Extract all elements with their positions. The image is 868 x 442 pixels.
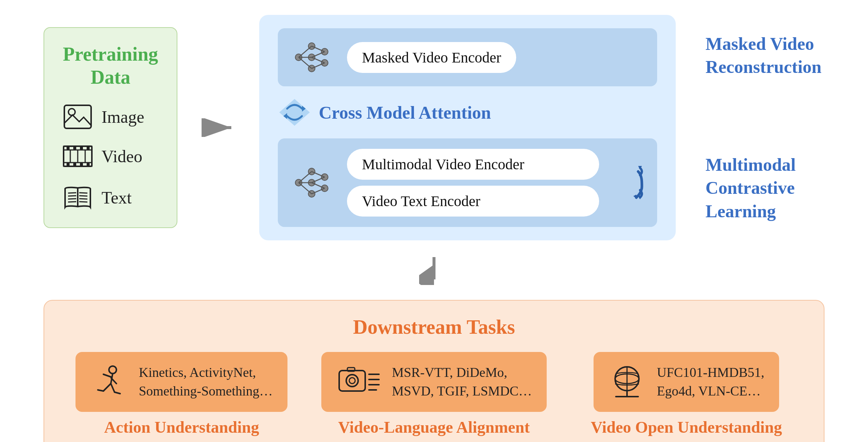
contrastive-arrow xyxy=(618,160,644,205)
svg-line-67 xyxy=(115,392,120,394)
open-label: Video Open Understanding xyxy=(591,418,782,437)
network-icon-bottom xyxy=(291,164,332,201)
svg-rect-68 xyxy=(339,371,365,391)
action-card: Kinetics, ActivityNet,Something-Somethin… xyxy=(75,352,287,412)
svg-rect-12 xyxy=(87,163,90,166)
svg-rect-8 xyxy=(87,147,90,150)
svg-line-22 xyxy=(79,199,87,199)
action-icon xyxy=(90,363,128,400)
text-encoder-pill: Video Text Encoder xyxy=(347,186,599,217)
masked-encoder-box: Masked Video Encoder xyxy=(278,28,657,86)
video-label: Video xyxy=(102,147,142,166)
masked-encoder-pill: Masked Video Encoder xyxy=(347,42,516,73)
video-lang-card-text: MSR-VTT, DiDeMo,MSVD, TGIF, LSMDC… xyxy=(392,363,532,401)
svg-line-19 xyxy=(68,202,76,202)
globe-icon xyxy=(608,363,646,400)
downstream-item-action: Kinetics, ActivityNet,Something-Somethin… xyxy=(67,352,297,437)
pretraining-item-text: Text xyxy=(63,183,144,212)
image-icon xyxy=(63,104,93,130)
multimodal-encoder-pill: Multimodal Video Encoder xyxy=(347,149,599,180)
video-lang-icon xyxy=(336,363,381,400)
svg-rect-0 xyxy=(64,105,91,128)
svg-rect-5 xyxy=(67,147,70,150)
downstream-item-open: UFC101-HMDB51,Ego4d, VLN-CE… Video Open … xyxy=(571,352,801,437)
svg-marker-39 xyxy=(279,99,310,126)
arrow-right xyxy=(200,118,237,137)
svg-rect-7 xyxy=(80,147,83,150)
svg-line-21 xyxy=(79,196,87,196)
action-card-text: Kinetics, ActivityNet,Something-Somethin… xyxy=(139,363,273,401)
encoders-outer: Masked Video Encoder Cross Model Attenti… xyxy=(259,15,676,240)
main-container: PretrainingData Image xyxy=(0,0,868,442)
video-icon xyxy=(63,143,93,169)
svg-line-23 xyxy=(79,202,87,202)
svg-rect-71 xyxy=(347,368,355,371)
masked-video-label: Masked VideoReconstruction xyxy=(705,32,824,79)
svg-rect-6 xyxy=(73,147,76,150)
svg-marker-57 xyxy=(633,195,637,199)
svg-line-17 xyxy=(68,196,76,196)
svg-line-18 xyxy=(68,199,76,199)
text-icon xyxy=(63,183,93,212)
image-label: Image xyxy=(102,107,144,127)
cross-model-row: Cross Model Attention xyxy=(278,94,657,131)
right-labels: Masked VideoReconstruction MultimodalCon… xyxy=(698,32,824,223)
pretraining-box: PretrainingData Image xyxy=(44,27,177,228)
svg-line-62 xyxy=(103,374,112,377)
downstream-title: Downstream Tasks xyxy=(67,316,801,339)
network-icon-top xyxy=(291,39,332,76)
video-lang-label: Video-Language Alignment xyxy=(338,418,530,437)
pretraining-items: Image xyxy=(63,104,144,212)
text-label: Text xyxy=(102,188,132,208)
svg-point-60 xyxy=(109,366,116,374)
cross-model-label: Cross Model Attention xyxy=(319,102,491,123)
svg-line-16 xyxy=(68,193,76,193)
cross-model-icon xyxy=(278,97,311,127)
bottom-encoder-pills: Multimodal Video Encoder Video Text Enco… xyxy=(347,149,599,217)
open-card: UFC101-HMDB51,Ego4d, VLN-CE… xyxy=(594,352,779,412)
multimodal-contrastive-label: MultimodalContrastiveLearning xyxy=(705,153,824,223)
svg-point-70 xyxy=(349,378,355,384)
downstream-box: Downstream Tasks xyxy=(44,300,824,442)
svg-line-64 xyxy=(103,384,111,391)
svg-rect-9 xyxy=(67,163,70,166)
open-card-text: UFC101-HMDB51,Ego4d, VLN-CE… xyxy=(657,363,764,401)
svg-rect-11 xyxy=(80,163,83,166)
pretraining-item-video: Video xyxy=(63,143,144,169)
svg-line-20 xyxy=(79,193,87,193)
top-section: PretrainingData Image xyxy=(44,15,824,240)
video-lang-card: MSR-VTT, DiDeMo,MSVD, TGIF, LSMDC… xyxy=(321,352,547,412)
bottom-encoder-box: Multimodal Video Encoder Video Text Enco… xyxy=(278,138,657,227)
downstream-item-video-lang: MSR-VTT, DiDeMo,MSVD, TGIF, LSMDC… Video… xyxy=(319,352,549,437)
pretraining-title: PretrainingData xyxy=(63,43,158,89)
pretraining-item-image: Image xyxy=(63,104,144,130)
down-arrow-container xyxy=(22,255,846,285)
svg-rect-10 xyxy=(73,163,76,166)
action-label: Action Understanding xyxy=(104,418,259,437)
svg-line-66 xyxy=(98,390,103,391)
svg-line-65 xyxy=(111,384,115,392)
svg-point-69 xyxy=(346,375,358,387)
downstream-cards: Kinetics, ActivityNet,Something-Somethin… xyxy=(67,352,801,437)
svg-point-1 xyxy=(68,109,75,115)
